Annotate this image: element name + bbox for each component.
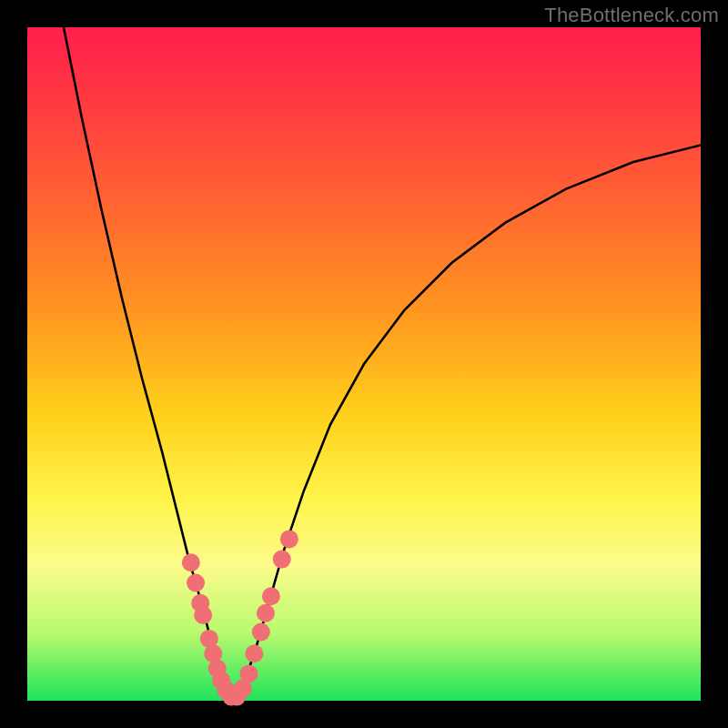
bottleneck-curve <box>64 27 701 697</box>
sample-point <box>280 530 298 548</box>
sample-point <box>273 551 291 569</box>
chart-svg <box>27 27 701 701</box>
sample-point <box>182 553 200 571</box>
sample-point <box>252 623 270 642</box>
sample-point <box>194 606 212 624</box>
watermark-text: TheBottleneck.com <box>544 4 719 27</box>
sample-point <box>239 664 258 682</box>
sample-point <box>187 574 205 592</box>
sample-point <box>245 644 263 662</box>
sample-point <box>257 604 275 622</box>
plot-area <box>27 27 701 701</box>
sample-point <box>262 587 280 605</box>
sample-points-group <box>182 530 298 705</box>
chart-frame: TheBottleneck.com <box>0 0 728 728</box>
